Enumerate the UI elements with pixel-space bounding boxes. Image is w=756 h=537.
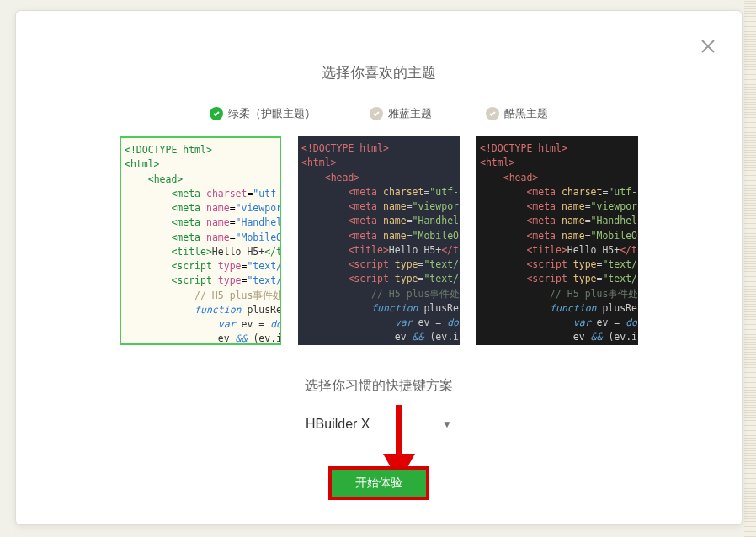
keymap-select-value: HBuilder X (306, 417, 370, 432)
keymap-select[interactable]: HBuilder X ▼ (299, 413, 459, 439)
close-icon (700, 38, 716, 55)
theme-option-green[interactable]: 绿柔（护眼主题） (210, 106, 316, 121)
modal-title: 选择你喜欢的主题 (16, 63, 742, 82)
check-icon (370, 107, 383, 120)
close-button[interactable] (700, 38, 716, 55)
check-icon (210, 107, 223, 120)
theme-preview-blue[interactable]: <!DOCTYPE html> <html> <head> <meta char… (298, 136, 460, 345)
keymap-select-wrap: HBuilder X ▼ (16, 413, 742, 439)
theme-option-black[interactable]: 酷黑主题 (486, 106, 548, 121)
check-icon (486, 107, 499, 120)
theme-option-blue[interactable]: 雅蓝主题 (370, 106, 432, 121)
theme-label: 绿柔（护眼主题） (228, 106, 316, 121)
theme-label: 雅蓝主题 (388, 106, 432, 121)
theme-preview-black[interactable]: <!DOCTYPE html> <html> <head> <meta char… (476, 136, 638, 345)
theme-preview-green[interactable]: <!DOCTYPE html> <html> <head> <meta char… (120, 136, 281, 345)
minimap (744, 0, 756, 537)
theme-label: 酷黑主题 (504, 106, 548, 121)
keymap-subtitle: 选择你习惯的快捷键方案 (16, 377, 742, 395)
theme-selection-modal: 选择你喜欢的主题 绿柔（护眼主题） 雅蓝主题 酷黑主题 <!DOCTYPE ht… (15, 10, 743, 525)
chevron-down-icon: ▼ (442, 418, 452, 430)
theme-previews-row: <!DOCTYPE html> <html> <head> <meta char… (16, 136, 742, 345)
start-button[interactable]: 开始体验 (328, 466, 429, 500)
theme-options-row: 绿柔（护眼主题） 雅蓝主题 酷黑主题 (16, 106, 742, 121)
